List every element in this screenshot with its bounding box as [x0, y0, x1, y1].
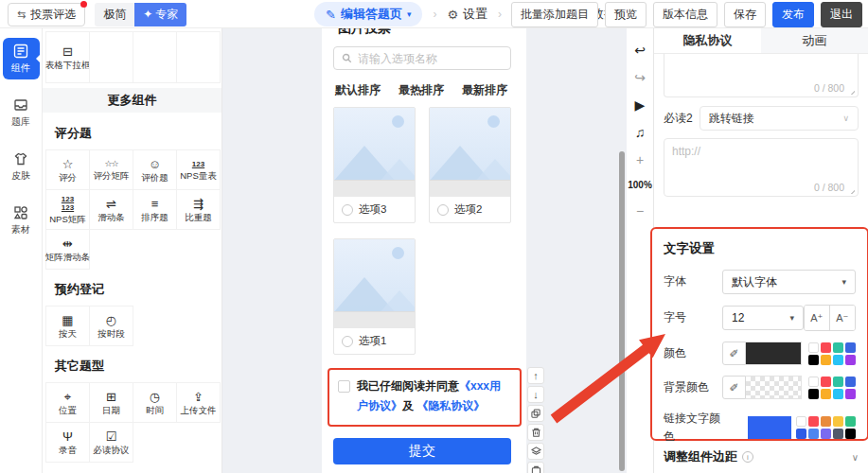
agreement-textarea[interactable]: 0 / 800	[664, 54, 859, 97]
rail-item-skin[interactable]: 皮肤	[3, 146, 40, 187]
canvas-scrollbar[interactable]	[619, 151, 625, 471]
palette-swatch[interactable]	[808, 416, 819, 427]
palette-swatch[interactable]	[821, 377, 831, 387]
palette-swatch[interactable]	[845, 377, 856, 387]
palette-swatch[interactable]	[821, 342, 831, 353]
palette-swatch[interactable]	[808, 342, 819, 353]
agreement-component-highlighted[interactable]: 我已仔细阅读并同意《xxx用户协议》及 《隐私协议》	[328, 368, 522, 427]
radio-button[interactable]	[437, 204, 449, 216]
palette-swatch[interactable]	[833, 355, 843, 365]
rail-item-assets[interactable]: 素材	[3, 200, 40, 241]
component-item-location[interactable]: ⌖ 位置	[45, 382, 90, 423]
palette-swatch[interactable]	[833, 429, 843, 439]
agreement-checkbox[interactable]	[338, 380, 350, 393]
preview-button[interactable]: 预览	[605, 2, 647, 27]
component-item-rating[interactable]: ☆ 评分	[45, 149, 90, 190]
batch-add-questions-button[interactable]: 批量添加题目	[511, 2, 598, 27]
component-item-weight[interactable]: ⇶ 比重题	[176, 189, 221, 230]
privacy-agreement-link[interactable]: 《隐私协议》	[416, 399, 485, 412]
more-components-header[interactable]: 更多组件	[43, 88, 221, 113]
palette-swatch[interactable]	[821, 389, 831, 399]
mode-expert-tab[interactable]: ✦ 专家	[134, 3, 186, 26]
palette-swatch[interactable]	[821, 429, 831, 439]
current-link-color-swatch[interactable]	[748, 416, 791, 439]
component-item-by-day[interactable]: ▦ 按天	[45, 306, 90, 346]
font-family-select[interactable]: 默认字体 ▾	[722, 270, 856, 294]
delete-button[interactable]	[527, 424, 544, 441]
search-input[interactable]	[358, 52, 503, 65]
sort-tab-default[interactable]: 默认排序	[335, 82, 381, 98]
palette-swatch[interactable]	[821, 355, 831, 365]
palette-swatch[interactable]	[833, 377, 843, 387]
save-button[interactable]: 保存	[724, 2, 766, 27]
sort-tab-hottest[interactable]: 最热排序	[399, 82, 444, 98]
font-size-select[interactable]: 12 ▾	[722, 306, 804, 330]
component-item-by-timeslot[interactable]: ◴ 按时段	[89, 306, 133, 346]
palette-swatch[interactable]	[833, 389, 843, 399]
palette-swatch[interactable]	[808, 389, 819, 399]
tab-animation[interactable]: 动画	[761, 28, 868, 53]
component-item-slider[interactable]: ⇌ 滑动条	[89, 189, 133, 230]
play-button[interactable]: ▶	[635, 98, 646, 112]
submit-button[interactable]: 提交	[333, 438, 511, 464]
resize-handle[interactable]	[848, 88, 855, 95]
component-item-required-agreement[interactable]: ☑ 必读协议	[89, 422, 133, 463]
palette-swatch[interactable]	[845, 355, 856, 365]
jump-link-select[interactable]: 跳转链接 ∨	[700, 106, 859, 131]
current-text-color-swatch[interactable]	[746, 342, 802, 365]
palette-swatch[interactable]	[845, 389, 856, 399]
layers-button[interactable]	[527, 443, 544, 460]
palette-swatch[interactable]	[808, 429, 819, 439]
component-item-matrix-slider[interactable]: ⇹ 矩阵滑动条	[45, 229, 90, 270]
current-background-color-swatch[interactable]	[746, 376, 802, 399]
component-item-time[interactable]: ◷ 时间	[133, 382, 177, 423]
edit-answer-page-button[interactable]: ✎ 编辑答题页 ▾	[314, 2, 422, 26]
option-card[interactable]: 选项2	[429, 107, 511, 223]
component-item-sort[interactable]: ≡ 排序题	[133, 189, 177, 230]
palette-swatch[interactable]	[833, 416, 843, 427]
component-item-upload[interactable]: ⇪ 上传文件	[176, 382, 221, 423]
palette-swatch[interactable]	[845, 416, 856, 427]
palette-swatch[interactable]	[845, 429, 856, 439]
adjust-margin-row[interactable]: 调整组件边距 i ∨	[664, 448, 859, 465]
nav-settings[interactable]: ⚙ 设置	[447, 6, 487, 23]
undo-button[interactable]: ↩	[634, 44, 646, 57]
save-snapshot-button[interactable]	[527, 462, 544, 473]
tab-privacy-agreement[interactable]: 隐私协议	[654, 28, 761, 53]
music-button[interactable]: ♫	[635, 126, 646, 139]
move-up-button[interactable]: ↑	[527, 367, 544, 384]
copy-button[interactable]	[527, 405, 544, 422]
move-down-button[interactable]: ↓	[527, 386, 544, 403]
redo-button[interactable]: ↪	[634, 71, 646, 84]
project-name-button[interactable]: ⇆ 投票评选	[8, 3, 85, 26]
component-item-record[interactable]: Ψ 录音	[45, 422, 90, 463]
component-item-table-dropdown[interactable]: ⊟ 表格下拉框	[45, 31, 90, 83]
palette-swatch[interactable]	[833, 342, 843, 353]
font-size-decrease-button[interactable]: A⁻	[830, 306, 855, 330]
palette-swatch[interactable]	[808, 355, 819, 365]
radio-button[interactable]	[342, 336, 353, 347]
component-item-date[interactable]: ⊞ 日期	[89, 382, 133, 423]
palette-swatch[interactable]	[808, 377, 819, 387]
rail-item-question-bank[interactable]: 题库	[3, 92, 40, 133]
palette-swatch[interactable]	[845, 342, 856, 353]
component-item-nps-matrix[interactable]: 123 123 NPS矩阵	[45, 189, 90, 230]
zoom-in-button[interactable]: +	[636, 153, 644, 166]
component-item-nps-scale[interactable]: 123 NPS量表	[176, 149, 221, 190]
option-card[interactable]: 选项3	[333, 107, 416, 223]
mode-simple-tab[interactable]: 极简	[95, 3, 134, 26]
radio-button[interactable]	[342, 204, 353, 216]
eyedropper-button[interactable]: ✐	[722, 342, 746, 365]
option-search-box[interactable]	[333, 46, 511, 70]
rail-item-components[interactable]: 组件	[3, 38, 40, 79]
option-card[interactable]: 选项1	[333, 238, 416, 355]
sort-tab-newest[interactable]: 最新排序	[462, 82, 507, 98]
palette-swatch[interactable]	[796, 429, 806, 439]
zoom-out-button[interactable]: −	[636, 204, 644, 218]
palette-swatch[interactable]	[796, 416, 806, 427]
font-size-increase-button[interactable]: A⁺	[805, 306, 830, 330]
eyedropper-button[interactable]: ✐	[722, 376, 746, 399]
version-info-button[interactable]: 版本信息	[653, 2, 717, 27]
exit-button[interactable]: 退出	[821, 2, 862, 27]
component-item-evaluation[interactable]: ☺ 评价题	[133, 149, 177, 190]
